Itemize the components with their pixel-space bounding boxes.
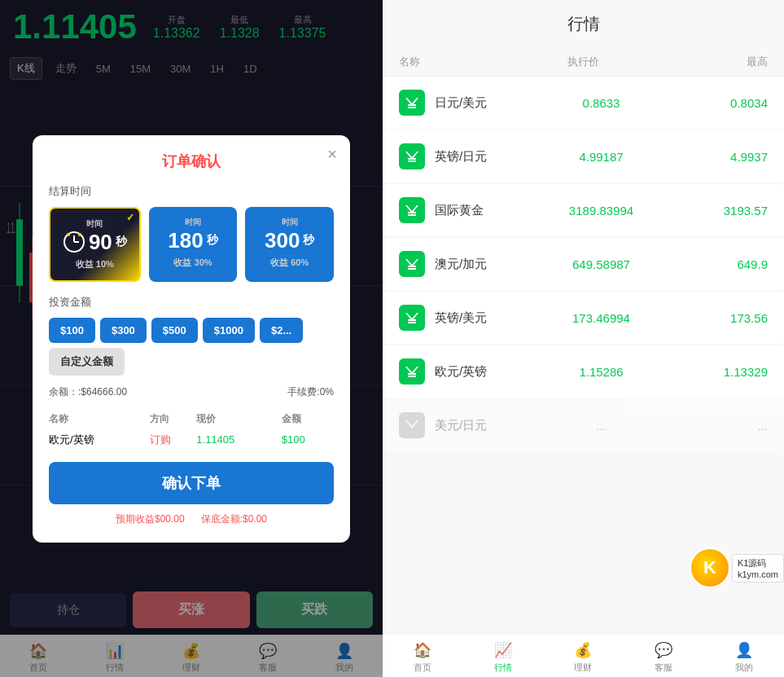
market-name-6: 美元/日元 [435,418,545,433]
amount-1000[interactable]: $1000 [203,318,255,343]
col-direction-header: 方向 [150,409,197,429]
nav-home-right-label: 首页 [414,662,431,674]
amount-100[interactable]: $100 [49,318,95,343]
time-90-unit: 秒 [116,235,127,249]
market-icon-right: 📈 [493,640,513,660]
market-row-gbp-jpy[interactable]: 英镑/日元 4.99187 4.9937 [383,130,784,182]
order-table: 名称 方向 现价 金额 欧元/英镑 订购 1.11405 $100 [49,409,334,451]
time-90-label: 时间 [57,218,133,230]
left-panel: 1.11405 开盘 1.13362 最低 1.1328 最高 1.13375 … [0,0,383,677]
profile-icon-right: 👤 [734,640,754,660]
amount-label: 投资金额 [49,295,334,310]
market-icon-aud-cad [399,251,425,277]
time-300-seconds: 300 [265,228,300,253]
time-option-90[interactable]: 时间 90 秒 收益 10% [49,207,141,282]
deposit-amount: 保底金额:$0.00 [201,512,267,526]
market-name-2: 国际黄金 [435,203,545,218]
market-high-1: 4.9937 [657,150,768,164]
market-exec-3: 649.58987 [545,257,656,271]
watermark-circle: K [690,547,730,588]
market-icon-jpy-usd [399,90,425,116]
market-row-last[interactable]: 美元/日元 ... ... [383,399,784,451]
svg-rect-41 [408,376,416,377]
market-row-gbp-usd[interactable]: 英镑/美元 173.46994 173.56 [383,292,784,344]
finance-icon-right: 💰 [573,640,593,660]
time-300-unit: 秒 [303,233,314,248]
time-300-profit: 收益 60% [252,257,327,269]
custom-amount-button[interactable]: 自定义金额 [49,348,125,376]
time-option-300[interactable]: 时间 300 秒 收益 60% [245,207,334,282]
amount-2k[interactable]: $2... [260,318,303,343]
order-confirm-modal: 订单确认 × 结算时间 时间 [33,135,350,543]
svg-point-28 [67,233,70,236]
amount-300[interactable]: $300 [100,318,147,343]
home-icon-right: 🏠 [413,640,432,660]
market-name-0: 日元/美元 [435,95,545,111]
nav-finance-right[interactable]: 💰 理财 [573,640,593,674]
nav-profile-right-label: 我的 [735,662,753,674]
order-name: 欧元/英镑 [49,429,150,451]
modal-close-button[interactable]: × [327,145,337,164]
time-180-unit: 秒 [207,233,218,248]
market-name-5: 欧元/英镑 [435,364,545,380]
balance-text: 余额：:$64666.00 [49,385,127,399]
nav-home-right[interactable]: 🏠 首页 [413,640,432,674]
time-option-180[interactable]: 时间 180 秒 收益 30% [149,207,238,282]
market-exec-0: 0.8633 [545,96,656,110]
svg-rect-39 [408,322,416,323]
confirm-order-button[interactable]: 确认下单 [49,462,334,504]
market-row-gold[interactable]: 国际黄金 3189.83994 3193.57 [383,184,784,236]
svg-rect-31 [408,107,416,108]
watermark-text: K1源码 k1ym.com [732,554,784,582]
balance-row: 余额：:$64666.00 手续费:0% [49,385,334,399]
nav-market-right[interactable]: 📈 行情 [493,640,513,674]
market-exec-5: 1.15286 [545,365,656,379]
market-icon-gbp-jpy [399,143,425,169]
market-name-3: 澳元/加元 [435,257,545,272]
amount-500[interactable]: $500 [151,318,198,343]
svg-rect-37 [408,268,416,270]
watermark: K K1源码 k1ym.com [690,547,784,588]
market-row-eur-gbp[interactable]: 欧元/英镑 1.15286 1.13329 [383,345,784,398]
market-icon-eur-gbp [399,358,425,385]
col-exec: 执行价 [522,55,645,69]
market-high-2: 3193.57 [657,204,768,218]
market-high-4: 173.56 [657,311,768,325]
market-exec-2: 3189.83994 [545,204,656,218]
time-90-profit: 收益 10% [57,258,133,270]
market-exec-4: 173.46994 [545,311,656,325]
svg-rect-30 [408,104,416,106]
nav-service-right[interactable]: 💬 客服 [654,640,673,674]
clock-icon-90 [63,231,85,253]
market-high-6: ... [657,419,768,433]
market-row-jpy-usd[interactable]: 日元/美元 0.8633 0.8034 [383,77,784,129]
time-300-label: 时间 [252,217,327,228]
svg-rect-35 [408,214,416,216]
time-90-seconds: 90 [89,230,112,255]
col-high: 最高 [645,55,768,69]
market-row-aud-cad[interactable]: 澳元/加元 649.58987 649.9 [383,238,784,290]
fee-text: 手续费:0% [287,385,334,399]
amount-options-group: $100 $300 $500 $1000 $2... 自定义金额 [49,318,334,376]
market-icon-last [399,412,425,438]
market-high-3: 649.9 [657,257,768,271]
col-name-header: 名称 [49,409,150,429]
svg-rect-38 [408,319,416,321]
svg-rect-40 [408,373,416,375]
nav-finance-right-label: 理财 [574,662,592,674]
footer-info: 预期收益$00.00 保底金额:$0.00 [49,512,334,526]
market-high-5: 1.13329 [657,365,768,379]
svg-rect-36 [408,266,416,267]
right-panel: 行情 名称 执行价 最高 日元/美元 0.8633 0.8034 英镑/日元 4… [383,0,784,677]
modal-overlay: 订单确认 × 结算时间 时间 [0,0,383,677]
market-icon-gold [399,197,425,223]
nav-service-right-label: 客服 [655,662,672,674]
order-row: 欧元/英镑 订购 1.11405 $100 [49,429,334,451]
time-180-label: 时间 [155,217,231,228]
market-name-1: 英镑/日元 [435,149,545,165]
market-exec-6: ... [545,419,656,433]
nav-profile-right[interactable]: 👤 我的 [734,640,754,674]
market-table-header: 名称 执行价 最高 [383,48,784,77]
col-price-header: 现价 [196,409,281,429]
order-direction: 订购 [150,429,197,451]
